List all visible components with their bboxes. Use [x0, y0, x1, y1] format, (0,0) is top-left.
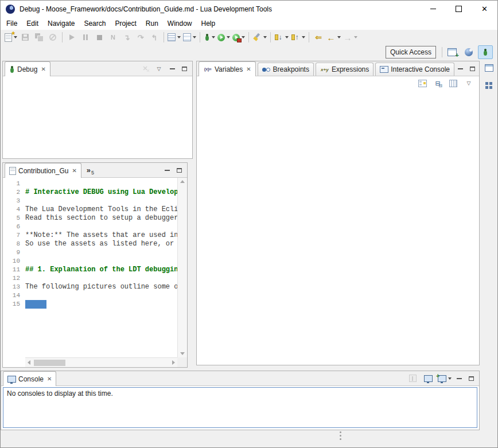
minimize-view-button[interactable] — [161, 165, 173, 176]
search-button[interactable] — [251, 31, 268, 44]
display-selected-console-button[interactable] — [421, 372, 435, 385]
step-return-button[interactable] — [147, 31, 161, 44]
new-wizard-button[interactable] — [3, 31, 18, 44]
external-tools-button[interactable] — [231, 31, 246, 44]
tab-debug[interactable]: Debug — [5, 61, 50, 76]
grid-view-icon — [485, 82, 493, 89]
line-number: 15 — [3, 300, 25, 309]
run-button[interactable] — [216, 31, 231, 44]
resume-button[interactable] — [65, 31, 79, 44]
toolbar-separator — [248, 32, 249, 42]
debug-view-content[interactable] — [3, 76, 192, 158]
disconnect-button[interactable] — [106, 31, 120, 44]
tab-console[interactable]: Console — [3, 371, 56, 386]
console-tabbar: Console — [1, 371, 479, 386]
menubar: FileEditNavigateSearchProjectRunWindowHe… — [1, 17, 497, 30]
tab-label: Variables — [215, 65, 243, 73]
editor-vertical-scrollbar[interactable] — [177, 178, 187, 357]
tab-contribution-guide[interactable]: Contribution_Gu — [5, 163, 81, 178]
window-close-button[interactable]: ✕ — [472, 1, 497, 17]
line-text: **Note:** The assets that are used in — [25, 231, 177, 240]
save-button[interactable] — [18, 31, 32, 44]
line-number: 11 — [3, 266, 25, 274]
view-menu-button[interactable] — [462, 77, 476, 89]
pin-console-button[interactable] — [406, 372, 419, 385]
window-minimize-button[interactable] — [420, 1, 446, 17]
columns-button[interactable] — [446, 77, 460, 89]
menu-run[interactable]: Run — [141, 18, 163, 29]
expressions-icon — [320, 65, 329, 74]
view-menu-button[interactable] — [152, 63, 166, 75]
remove-all-terminated-button[interactable] — [138, 63, 152, 75]
forward-button[interactable] — [342, 31, 359, 44]
show-logical-structure-button[interactable] — [415, 77, 429, 89]
editor-tab-overflow-chevron[interactable]: 5 — [81, 163, 99, 177]
window-maximize-button[interactable] — [446, 1, 472, 17]
close-icon[interactable] — [72, 167, 76, 174]
debug-view-tools — [138, 61, 192, 76]
perspective-buttons — [445, 45, 493, 59]
run-history-button[interactable] — [182, 31, 197, 44]
cursor-highlight — [25, 300, 46, 309]
terminate-button[interactable] — [92, 31, 106, 44]
suspend-button[interactable] — [79, 31, 92, 44]
menu-search[interactable]: Search — [79, 18, 110, 29]
back-button[interactable] — [325, 31, 342, 44]
minimize-view-button[interactable] — [454, 64, 466, 74]
maximize-view-button[interactable] — [466, 64, 478, 74]
step-into-button[interactable] — [120, 31, 134, 44]
step-into-icon — [122, 33, 131, 42]
console-content[interactable]: No consoles to display at this time. — [3, 387, 477, 428]
menu-file[interactable]: File — [2, 18, 22, 29]
menu-project[interactable]: Project — [110, 18, 141, 29]
debug-perspective-button[interactable] — [478, 45, 493, 59]
show-logical-structure-icon — [418, 80, 427, 87]
minimize-view-button[interactable] — [453, 373, 465, 384]
quick-access-field[interactable]: Quick Access — [386, 46, 436, 59]
skip-all-breakpoints-button[interactable] — [46, 31, 60, 44]
collapse-all-button[interactable] — [431, 77, 445, 89]
tab-variables[interactable]: Variables — [199, 61, 256, 76]
step-over-button[interactable] — [134, 31, 147, 44]
tab-interactive-console[interactable]: Interactive Console — [375, 63, 454, 76]
menu-navigate[interactable]: Navigate — [43, 18, 79, 29]
open-console-button[interactable] — [437, 372, 453, 385]
line-text: ## 1. Explanation of the LDT debuggin — [25, 266, 177, 274]
debug-button[interactable] — [203, 31, 216, 44]
sash-gripper[interactable] — [340, 431, 341, 440]
menu-help[interactable]: Help — [197, 18, 220, 29]
editor-horizontal-scrollbar[interactable] — [25, 357, 177, 367]
last-edit-location-button[interactable] — [312, 31, 325, 44]
editor-text-area[interactable]: 12# Interactive DEBUG using Lua Develop3… — [3, 178, 177, 357]
maximize-view-button[interactable] — [465, 373, 477, 384]
next-annotation-button[interactable] — [273, 31, 290, 44]
tab-expressions[interactable]: Expressions — [316, 63, 374, 76]
restore-view-button[interactable] — [483, 62, 495, 73]
variables-view-content[interactable] — [197, 90, 479, 365]
close-icon[interactable] — [47, 376, 52, 382]
menu-window[interactable]: Window — [163, 18, 197, 29]
close-icon[interactable] — [41, 66, 45, 72]
scrollbar-thumb[interactable] — [34, 360, 65, 366]
minimize-view-button[interactable] — [166, 64, 178, 74]
open-perspective-button[interactable] — [445, 45, 460, 59]
interactive-console-icon — [380, 66, 388, 73]
maximize-icon — [177, 168, 182, 173]
previous-annotation-button[interactable] — [290, 31, 306, 44]
dropdown-arrow-icon — [337, 36, 341, 38]
debug-view-icon — [9, 65, 15, 73]
maximize-view-button[interactable] — [178, 64, 190, 74]
line-number: 12 — [3, 274, 25, 283]
editor-line: 3 — [3, 197, 177, 205]
close-icon[interactable] — [246, 66, 251, 72]
variables-icon — [203, 65, 212, 74]
grid-view-button[interactable] — [483, 80, 495, 91]
dropdown-arrow-icon — [302, 36, 305, 38]
vars-tools — [454, 61, 480, 76]
lua-perspective-button[interactable] — [461, 45, 476, 59]
maximize-view-button[interactable] — [173, 165, 185, 176]
menu-edit[interactable]: Edit — [22, 18, 43, 29]
tab-breakpoints[interactable]: Breakpoints — [258, 63, 314, 76]
save-all-button[interactable] — [32, 31, 46, 44]
use-step-filters-button[interactable] — [166, 31, 182, 44]
